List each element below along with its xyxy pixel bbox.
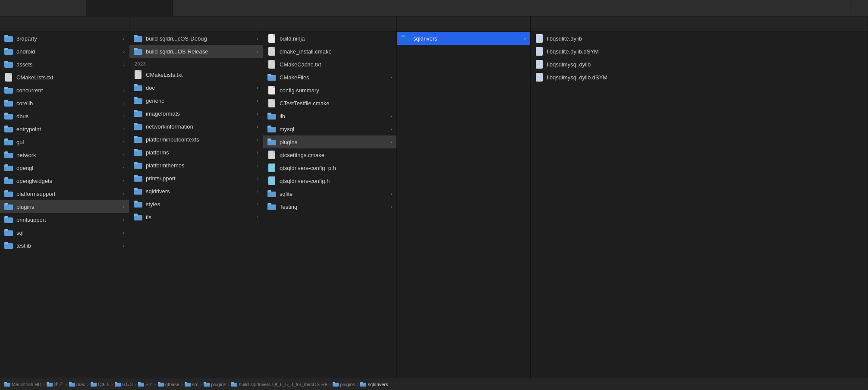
list-item[interactable]: lib› [263,110,396,123]
list-item[interactable]: testlib› [0,239,129,252]
content-row: 3rdparty›android›assets›CMakeLists.txtco… [0,32,868,378]
breadcrumb-label: Macintosh HD [12,382,41,387]
list-item[interactable]: build-sqldri...cOS-Debug› [129,32,263,45]
breadcrumb-separator: › [111,381,113,387]
list-item[interactable]: network› [0,148,129,161]
chevron-icon: › [123,36,125,41]
list-item[interactable]: styles› [129,198,263,211]
list-item[interactable]: qtcsettings.cmake [263,148,396,161]
list-item[interactable]: CMakeFiles› [263,71,396,84]
breadcrumb-item[interactable]: 用户 [47,381,63,387]
breadcrumb-label: src [192,382,198,387]
breadcrumb-item[interactable]: 6.5.3 [115,381,132,387]
breadcrumb-separator: › [154,381,156,387]
list-item[interactable]: CTestTestfile.cmake [263,97,396,110]
file-name: CTestTestfile.cmake [280,100,392,107]
tab-mysql[interactable] [0,0,86,16]
breadcrumb-item[interactable]: sqldrivers [360,381,388,387]
file-name: platforminputcontexts [146,136,254,143]
list-item[interactable]: CMakeLists.txt [0,71,129,84]
list-item[interactable]: libqsqlmysql.dylib.dSYM [531,71,868,84]
list-item[interactable]: mysql› [263,123,396,135]
breadcrumb-label: Qt6.5 [98,382,110,387]
file-name: libqsqlmysql.dylib.dSYM [547,74,863,81]
breadcrumb-separator: › [357,381,359,387]
file-name: dbus [16,113,120,120]
chevron-icon: › [257,176,258,181]
list-item[interactable]: sqldrivers› [129,185,263,198]
list-item[interactable]: plugins› [263,135,396,148]
chevron-icon: › [123,217,125,222]
list-item[interactable]: assets› [0,58,129,71]
list-item[interactable]: 3rdparty› [0,32,129,45]
column-3: build.ninjacmake_install.cmakeCMakeCache… [263,32,397,378]
list-item[interactable]: libqsqlmysql.dylib [531,58,868,71]
file-name: sqldrivers [413,35,522,42]
file-name: CMakeLists.txt [16,74,125,81]
file-name: 3rdparty [16,35,120,42]
list-item[interactable]: networkinformation› [129,120,263,133]
list-item[interactable]: CMakeLists.txt [129,68,263,81]
breadcrumb-item[interactable]: plugins [333,381,355,387]
list-item[interactable]: printsupport› [129,172,263,185]
breadcrumb-item[interactable]: mac [69,381,85,387]
list-item[interactable]: qtsqldrivers-config.h [263,174,396,187]
chevron-icon: › [123,62,125,67]
list-item[interactable]: config.summary [263,84,396,97]
list-item[interactable]: opengl› [0,161,129,174]
list-item[interactable]: dbus› [0,110,129,123]
list-item[interactable]: android› [0,45,129,58]
chevron-icon: › [123,230,125,235]
breadcrumb-item[interactable]: src [185,381,198,387]
list-item[interactable]: tls› [129,211,263,223]
list-item[interactable]: imageformats› [129,107,263,120]
list-item[interactable]: libqsqlite.dylib [531,32,868,45]
list-item[interactable]: platforms› [129,146,263,159]
list-item[interactable]: build.ninja [263,32,396,45]
tab-sqldrivers[interactable] [86,0,173,16]
file-name: corelib [16,100,120,107]
breadcrumb-item[interactable]: build-sqldrivers-Qt_6_5_3_for_macOS-Re [231,381,327,387]
file-name: assets [16,61,120,68]
file-name: sqldrivers [146,188,254,195]
list-item[interactable]: plugins› [0,200,129,213]
col5-header [531,16,868,31]
list-item[interactable]: printsupport› [0,213,129,226]
file-name: CMakeFiles [280,74,388,81]
header-row [0,16,868,32]
list-item[interactable]: sql› [0,226,129,239]
list-item[interactable]: sqlite› [263,187,396,200]
list-item[interactable]: openglwidgets› [0,174,129,187]
list-item[interactable]: platforminputcontexts› [129,133,263,146]
list-item[interactable]: qtsqldrivers-config_p.h [263,161,396,174]
chevron-icon: › [524,36,526,41]
breadcrumb-item[interactable]: Src [138,381,153,387]
list-item[interactable]: cmake_install.cmake [263,45,396,58]
list-item[interactable]: corelib› [0,97,129,110]
list-item[interactable]: doc› [129,81,263,94]
breadcrumb-item[interactable]: Macintosh HD [4,381,41,387]
column-1: 3rdparty›android›assets›CMakeLists.txtco… [0,32,129,378]
list-item[interactable]: Testing› [263,200,396,213]
breadcrumb-separator: › [65,381,67,387]
list-item[interactable]: sqldrivers› [397,32,530,45]
breadcrumb-item[interactable]: qtbase [158,381,179,387]
list-item[interactable]: concurrent› [0,84,129,97]
chevron-icon: › [257,214,258,220]
add-tab-button[interactable] [852,0,868,16]
file-name: gui [16,139,120,145]
list-item[interactable]: entrypoint› [0,123,129,135]
list-item[interactable]: generic› [129,94,263,107]
file-name: imageformats [146,110,254,117]
list-item[interactable]: CMakeCache.txt [263,58,396,71]
list-item[interactable]: libqsqlite.dylib.dSYM [531,45,868,58]
list-item[interactable]: platformsupport› [0,187,129,200]
breadcrumb-item[interactable]: plugins [204,381,226,387]
list-item[interactable]: gui› [0,135,129,148]
chevron-icon: › [257,49,258,54]
column-5: libqsqlite.dyliblibqsqlite.dylib.dSYMlib… [531,32,868,378]
list-item[interactable]: build-sqldri...OS-Release› [129,45,263,58]
list-item[interactable]: platformthemes› [129,159,263,172]
file-name: sql [16,230,120,236]
breadcrumb-item[interactable]: Qt6.5 [91,381,110,387]
